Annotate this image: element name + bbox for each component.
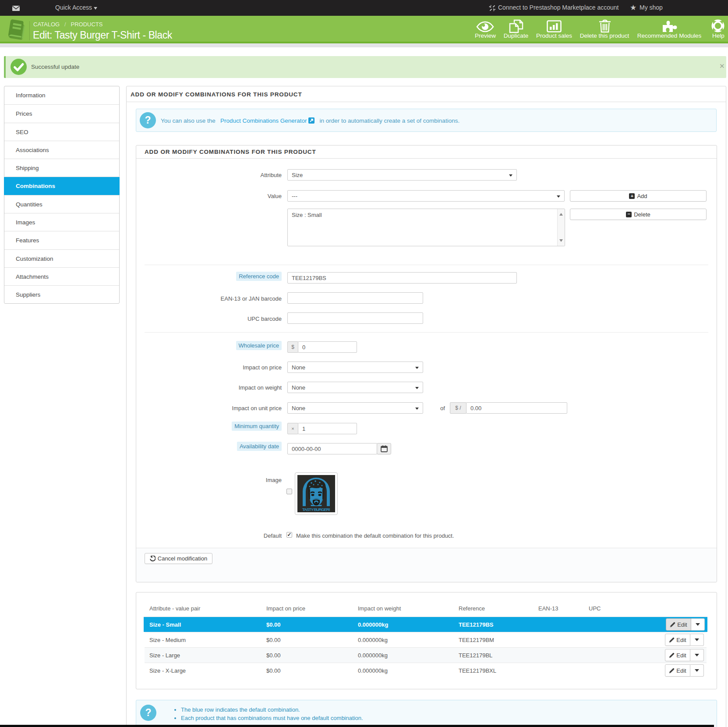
svg-text:TASTY BURGER!: TASTY BURGER! [302,507,330,512]
